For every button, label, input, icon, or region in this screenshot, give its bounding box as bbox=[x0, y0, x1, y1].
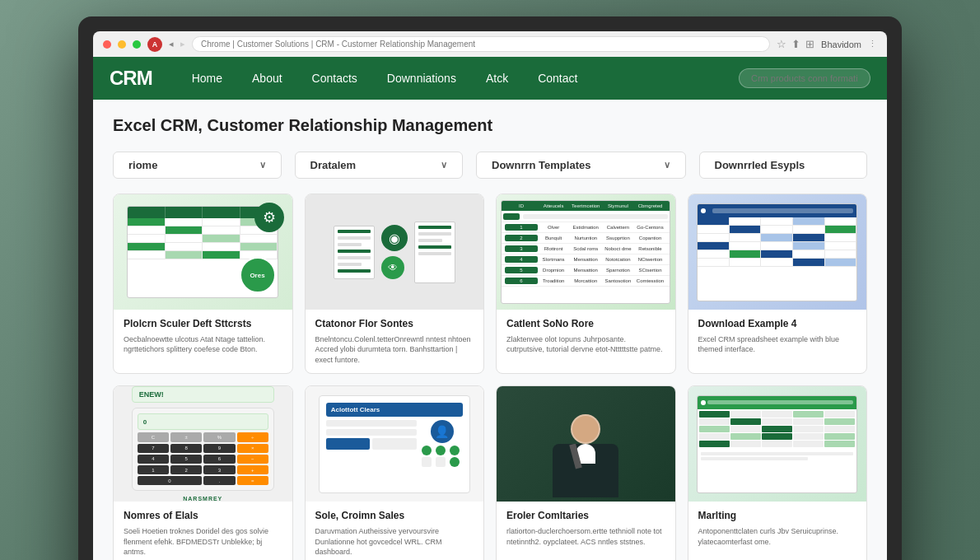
blue-table-row bbox=[698, 259, 856, 267]
cell bbox=[825, 234, 857, 241]
cell bbox=[698, 226, 730, 233]
nav-logo[interactable]: CRM bbox=[110, 67, 152, 90]
cell bbox=[128, 218, 166, 226]
card-spreadsheet-1[interactable]: ⚙ Ores Plolcrn Sculer Deft Sttcrsts Oecb… bbox=[113, 194, 293, 374]
cell bbox=[730, 234, 762, 241]
cell: 3 bbox=[505, 245, 537, 252]
calc-btn-minus: − bbox=[237, 455, 268, 464]
cell bbox=[761, 242, 793, 250]
browser-logo-icon: A bbox=[147, 37, 162, 52]
card-data-table[interactable]: ID Atteucels Teertmcetion Stymunul Cbmgr… bbox=[496, 194, 676, 374]
narsmrey-label: NARSMREY bbox=[183, 496, 222, 502]
marketing-cell bbox=[699, 418, 730, 425]
bookmark-icon[interactable]: ☆ bbox=[777, 38, 786, 50]
header-cell bbox=[128, 207, 166, 218]
browser-forward-icon[interactable]: ▸ bbox=[180, 39, 185, 49]
cell bbox=[730, 226, 762, 233]
ui-body: 👤 bbox=[326, 420, 463, 486]
card-body-8: Marlting Antoponenttclaten curls Jbv Ser… bbox=[688, 502, 867, 555]
cell: Calvettern bbox=[602, 224, 634, 231]
calc-btn: 8 bbox=[170, 444, 202, 453]
calc-btn: 5 bbox=[170, 455, 202, 464]
card-docs[interactable]: ◉ 👁 Ct bbox=[305, 194, 485, 374]
card-desc-1: Oecbalnoewtte ulcotus Atat Ntage tatteli… bbox=[124, 334, 282, 355]
card-desc-5: Soeli Hoetien troknes Doridel des gos so… bbox=[124, 526, 282, 558]
table-mock: ID Atteucels Teertmcetion Stymunul Cbmgr… bbox=[501, 200, 670, 304]
cell bbox=[166, 226, 203, 234]
tab-dratalem[interactable]: Dratalem ∨ bbox=[295, 152, 464, 179]
tab-templates-label: Downrrn Templates bbox=[492, 159, 590, 171]
card-calculator[interactable]: ENEW! 0 C ± % ÷ 7 8 9 bbox=[113, 385, 293, 560]
blue-table-row bbox=[698, 226, 856, 234]
marketing-cell bbox=[730, 411, 761, 418]
extension-icon[interactable]: ⊞ bbox=[805, 38, 814, 50]
ui-header: Aclottott Clears bbox=[326, 403, 463, 417]
cell bbox=[730, 250, 762, 258]
marketing-cell bbox=[762, 433, 792, 440]
card-title-7: Eroler Comltaries bbox=[506, 510, 665, 523]
nav-link-contacts[interactable]: Contacts bbox=[297, 57, 372, 100]
text-line bbox=[701, 457, 807, 460]
cell: Ssupprtion bbox=[602, 235, 634, 241]
marketing-cell bbox=[730, 418, 761, 425]
spreadsheet-row bbox=[128, 235, 278, 243]
window-maximize-dot[interactable] bbox=[133, 40, 141, 49]
col-header: Cbmgreted bbox=[634, 203, 666, 208]
blue-spreadsheet-mock bbox=[697, 203, 857, 301]
cell: Nurtuntion bbox=[570, 235, 602, 241]
card-title-6: Sole, Croimn Sales bbox=[315, 510, 474, 523]
cell bbox=[825, 217, 857, 225]
card-title-1: Plolcrn Sculer Deft Sttcrsts bbox=[124, 318, 282, 331]
calc-btn-divide: ÷ bbox=[237, 432, 268, 441]
main-navigation: CRM Home About Contacts Downniations Atc… bbox=[93, 57, 887, 100]
nav-link-about[interactable]: About bbox=[237, 57, 297, 100]
nav-link-home[interactable]: Home bbox=[177, 57, 237, 100]
card-blue-spreadsheet[interactable]: Download Example 4 Excel CRM spreadsheet… bbox=[688, 194, 868, 374]
cell bbox=[825, 226, 857, 233]
card-body-6: Sole, Croimn Sales Daruvmation Autheissi… bbox=[306, 502, 484, 560]
card-title-3: Catlent SoNo Rore bbox=[506, 318, 665, 331]
cell bbox=[203, 235, 240, 242]
col-header: Stymunul bbox=[602, 203, 634, 208]
doc-line bbox=[338, 230, 371, 233]
nav-search-input[interactable] bbox=[739, 68, 870, 88]
tab-riome[interactable]: riome ∨ bbox=[113, 152, 282, 179]
tab-examples[interactable]: Downrrled Esypls bbox=[699, 152, 868, 179]
card-ui-controls[interactable]: Aclottott Clears bbox=[305, 385, 485, 560]
cell bbox=[203, 243, 240, 250]
tab-templates[interactable]: Downrrn Templates ∨ bbox=[476, 152, 685, 179]
calc-btn: ± bbox=[170, 432, 202, 441]
browser-back-icon[interactable]: ◂ bbox=[169, 39, 174, 49]
marketing-cell bbox=[699, 411, 730, 418]
nav-link-downniations[interactable]: Downniations bbox=[372, 57, 471, 100]
marketing-cell bbox=[824, 411, 855, 418]
card-desc-3: Zlaktenvee olot Iopuns Juhrposante. cutr… bbox=[506, 334, 665, 355]
card-image-4 bbox=[688, 194, 867, 310]
marketing-header bbox=[698, 396, 856, 409]
blue-table-row bbox=[698, 250, 856, 259]
browser-menu-icon[interactable]: ⋮ bbox=[868, 39, 877, 49]
nav-link-contact[interactable]: Contact bbox=[523, 57, 592, 100]
ui-mock: Aclottott Clears bbox=[319, 395, 470, 493]
doc-line bbox=[418, 245, 451, 249]
nav-link-atck[interactable]: Atck bbox=[471, 57, 523, 100]
cell: Slortmans bbox=[538, 256, 570, 263]
address-bar[interactable]: Chrome | Customer Solutions | CRM - Cust… bbox=[192, 36, 770, 52]
window-close-dot[interactable] bbox=[103, 40, 111, 49]
gear-icon: ⚙ bbox=[254, 203, 284, 232]
table-header: ID Atteucels Teertmcetion Stymunul Cbmgr… bbox=[502, 201, 670, 211]
marketing-cell bbox=[793, 426, 824, 432]
share-icon[interactable]: ⬆ bbox=[791, 38, 800, 50]
person-body bbox=[553, 444, 618, 497]
marketing-cell bbox=[793, 411, 824, 418]
card-desc-6: Daruvmation Autheissive yervoursvire Dun… bbox=[315, 526, 474, 558]
window-minimize-dot[interactable] bbox=[118, 40, 126, 49]
card-marketing[interactable]: Marlting Antoponenttclaten curls Jbv Ser… bbox=[688, 385, 868, 560]
browser-profile[interactable]: Bhavidom bbox=[821, 40, 861, 49]
calc-btn: 1 bbox=[138, 465, 169, 474]
marketing-cell bbox=[730, 441, 761, 447]
spreadsheet-row bbox=[128, 226, 278, 235]
marketing-cell bbox=[824, 418, 855, 425]
cell bbox=[825, 242, 857, 250]
card-person[interactable]: Eroler Comltaries rlatiorton-duclerchoer… bbox=[496, 385, 676, 560]
